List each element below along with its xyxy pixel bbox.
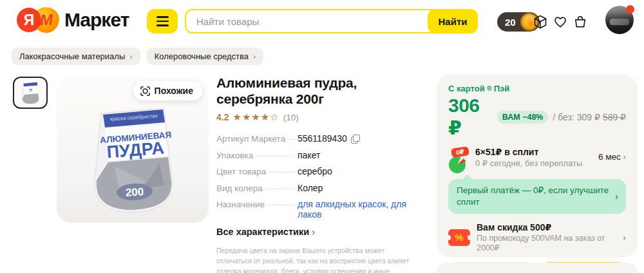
visual-search-icon [140, 86, 151, 97]
orders-button[interactable] [533, 14, 548, 30]
with-card-label: С картой ® Пэй [448, 84, 626, 93]
spec-row-packaging: Упаковка пакет [216, 150, 426, 160]
split-terms: 0 ₽ сегодня, без переплаты [475, 158, 598, 168]
split-upgrade-banner[interactable]: Первый платёж — 0₽, если улучшите сплит … [448, 179, 626, 214]
logo-wordmark: Маркет [64, 9, 129, 31]
split-icon: 0₽ [448, 147, 471, 173]
chevron-right-icon: › [623, 152, 627, 162]
discount-badge: ВАМ −48% [497, 111, 549, 124]
box-icon [533, 14, 548, 30]
spec-row-sku: Артикул Маркета 5561189430 [216, 133, 426, 144]
hamburger-icon [156, 16, 169, 18]
current-price: 306 ₽ [448, 95, 492, 139]
svg-text:0₽: 0₽ [456, 148, 465, 156]
reviews-count: (10) [283, 113, 299, 122]
svg-text:200: 200 [125, 185, 144, 198]
split-payment-row[interactable]: 0₽ 6×51₽ в сплит 0 ₽ сегодня, без перепл… [448, 147, 626, 173]
product-rating[interactable]: 4.2 ★★★★☆ (10) [216, 111, 426, 123]
cart-button[interactable] [573, 14, 588, 30]
chevron-right-icon: › [623, 232, 626, 243]
similar-products-button[interactable]: Похожие [133, 81, 202, 100]
purchase-card: С картой ® Пэй 306 ₽ ВАМ −48% / без: 309… [437, 74, 638, 258]
next-card-partial [437, 263, 638, 273]
notification-dot [626, 5, 634, 14]
catalog-menu-button[interactable] [147, 9, 178, 33]
promo-title: Вам скидка 500₽ [477, 222, 623, 232]
chevron-right-icon: › [312, 227, 315, 237]
old-price: 589 ₽ [603, 112, 626, 122]
specs-list: Артикул Маркета 5561189430 Упаковка паке… [216, 133, 426, 220]
breadcrumb-item-tinting-agents[interactable]: Колеровочные средства › [147, 48, 264, 65]
chevron-right-icon: › [615, 190, 618, 203]
spec-row-purpose: Назначение для алкидных красок, для лако… [216, 199, 426, 220]
price-row: 306 ₽ ВАМ −48% / без: 309 ₽ 589 ₽ [448, 95, 626, 139]
rating-stars-icon: ★★★★☆ [232, 111, 279, 123]
yandex-logo-icon: Я [17, 8, 41, 32]
product-title: Алюминиевая пудра, серебрянка 200г [216, 75, 426, 107]
product-photo: краска серебристая АЛЮМИНИЕВАЯ ПУДРА 200 [82, 104, 184, 219]
promo-code-row[interactable]: % Вам скидка 500₽ По промокоду 500VAM на… [448, 222, 626, 252]
copy-icon[interactable] [351, 135, 359, 142]
spec-row-tint-type: Вид колера Колер [216, 183, 426, 193]
product-info: Алюминиевая пудра, серебрянка 200г 4.2 ★… [216, 75, 426, 273]
product-main-image[interactable]: Похожие краска серебристая АЛЮМИНИЕВАЯ П… [57, 76, 209, 223]
all-specs-link[interactable]: Все характеристики› [216, 227, 426, 237]
favorites-button[interactable] [553, 14, 568, 30]
coupon-icon: % [448, 229, 470, 246]
product-thumb-image: П [18, 80, 43, 106]
chevron-right-icon: › [253, 52, 256, 61]
split-amount: 6×51₽ в сплит [475, 147, 598, 157]
header: Я M Маркет Найти 20 [0, 0, 644, 40]
purpose-links[interactable]: для алкидных красок, для лаков [298, 199, 426, 220]
heart-icon [553, 14, 568, 30]
svg-text:П: П [30, 88, 32, 92]
search-bar: Найти [185, 9, 478, 33]
color-disclaimer: Передача цвета на экране Вашего устройст… [216, 246, 421, 273]
split-duration[interactable]: 6 мес › [598, 152, 626, 162]
pay-registered-icon: ® [487, 84, 492, 92]
yandex-market-product-page: Я M Маркет Найти 20 [0, 0, 644, 273]
price-without-card: / без: 309 ₽ 589 ₽ [553, 112, 626, 122]
user-avatar[interactable] [605, 6, 634, 34]
rating-value: 4.2 [216, 112, 229, 122]
promo-subtitle: По промокоду 500VAM на заказ от 2000₽ [477, 234, 623, 252]
pay-name: Пэй [494, 84, 510, 93]
chevron-right-icon: › [129, 52, 132, 61]
points-count: 20 [505, 17, 516, 28]
search-button[interactable]: Найти [428, 9, 478, 33]
spec-row-color: Цвет товара серебро [216, 166, 426, 176]
breadcrumb: Лакокрасочные материалы › Колеровочные с… [12, 48, 263, 65]
cart-icon [573, 14, 588, 30]
breadcrumb-item-paint-materials[interactable]: Лакокрасочные материалы › [12, 48, 140, 65]
gallery-thumbnail-selected[interactable]: П [13, 77, 48, 109]
market-logo[interactable]: Я M Маркет [17, 7, 129, 33]
sku-value: 5561189430 [298, 133, 347, 144]
